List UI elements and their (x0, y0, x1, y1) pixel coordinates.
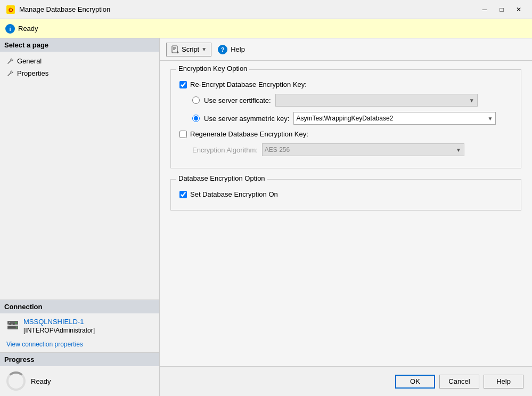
encryption-key-section: Encryption Key Option Re-Encrypt Databas… (170, 69, 521, 168)
connection-header: Connection (0, 300, 159, 313)
encryption-key-legend: Encryption Key Option (176, 64, 249, 72)
re-encrypt-checkbox-container: Re-Encrypt Database Encryption Key: (179, 80, 307, 88)
wrench-icon-properties (6, 70, 14, 77)
asym-key-select-wrapper: AsymTestWrappingKeyDatabase2 ▼ (293, 112, 496, 125)
script-button[interactable]: Script ▼ (166, 43, 211, 56)
sidebar-item-properties[interactable]: Properties (0, 67, 159, 79)
script-icon (171, 45, 179, 54)
set-encryption-checkbox-container: Set Database Encryption On (179, 190, 278, 198)
content-area: Script ▼ ? Help Encryption Key Option Re… (160, 38, 532, 396)
toolbar: Script ▼ ? Help (160, 38, 532, 61)
select-page-header: Select a page (0, 38, 159, 52)
svg-point-4 (15, 322, 17, 324)
regenerate-checkbox[interactable] (179, 131, 187, 138)
connection-section: Connection MSSQLNSHIELD-1 (0, 300, 159, 352)
use-server-asym-row: Use server asymmetric key: AsymTestWrapp… (179, 112, 512, 125)
help-toolbar-label: Help (231, 45, 245, 53)
regenerate-label: Regenerate Database Encryption Key: (190, 130, 308, 138)
set-encryption-row: Set Database Encryption On (179, 190, 512, 198)
help-button[interactable]: Help (484, 375, 523, 389)
svg-point-8 (9, 323, 11, 325)
connection-info: MSSQLNSHIELD-1 [INTEROP\Administrator] (0, 313, 159, 338)
maximize-button[interactable]: □ (494, 3, 510, 16)
database-encryption-section: Database Encryption Option Set Database … (170, 179, 521, 211)
title-bar-left: ⚙ Manage Database Encryption (5, 4, 110, 15)
set-encryption-checkbox[interactable] (179, 191, 187, 198)
regenerate-row: Regenerate Database Encryption Key: (179, 130, 512, 138)
regenerate-checkbox-container: Regenerate Database Encryption Key: (179, 130, 308, 138)
database-encryption-content: Set Database Encryption On (171, 182, 521, 210)
server-cert-select-wrapper: ▼ (275, 94, 478, 107)
sidebar-item-general[interactable]: General (0, 55, 159, 67)
asym-key-select[interactable]: AsymTestWrappingKeyDatabase2 (293, 112, 496, 125)
connection-user: [INTEROP\Administrator] (23, 327, 95, 334)
close-button[interactable]: ✕ (511, 3, 527, 16)
re-encrypt-row: Re-Encrypt Database Encryption Key: (179, 80, 512, 88)
use-server-asym-label: Use server asymmetric key: (204, 115, 289, 123)
script-dropdown-arrow: ▼ (201, 46, 207, 52)
title-buttons: ─ □ ✕ (477, 3, 527, 16)
server-cert-select[interactable] (275, 94, 478, 107)
app-icon: ⚙ (5, 4, 16, 15)
svg-marker-14 (177, 51, 179, 54)
use-server-asym-radio[interactable] (192, 115, 200, 122)
sidebar-item-general-label: General (17, 57, 42, 65)
encryption-key-content: Re-Encrypt Database Encryption Key: Use … (171, 72, 521, 168)
sidebar-spacer (0, 83, 159, 300)
title-bar: ⚙ Manage Database Encryption ─ □ ✕ (0, 0, 532, 19)
encryption-algo-label: Encryption Algorithm: (192, 146, 258, 154)
svg-point-9 (13, 323, 15, 325)
bottom-bar: OK Cancel Help (160, 366, 532, 396)
progress-section: Progress Ready (0, 352, 159, 396)
encryption-algo-select-wrapper: AES 256 ▼ (262, 143, 464, 156)
form-area: Encryption Key Option Re-Encrypt Databas… (160, 61, 532, 366)
progress-header: Progress (0, 353, 159, 366)
sidebar: Select a page General Properties Connect… (0, 38, 160, 396)
database-encryption-legend: Database Encryption Option (176, 174, 267, 182)
use-server-cert-radio[interactable] (192, 96, 200, 104)
progress-spinner (6, 371, 26, 391)
window-title: Manage Database Encryption (19, 5, 110, 13)
status-text: Ready (18, 25, 38, 33)
script-label: Script (182, 45, 199, 53)
re-encrypt-checkbox[interactable] (179, 81, 187, 88)
connection-server: MSSQLNSHIELD-1 (23, 318, 95, 326)
encryption-algo-row: Encryption Algorithm: AES 256 ▼ (179, 143, 512, 156)
re-encrypt-label: Re-Encrypt Database Encryption Key: (190, 80, 307, 88)
connection-text: MSSQLNSHIELD-1 [INTEROP\Administrator] (23, 318, 95, 334)
progress-content: Ready (0, 366, 159, 396)
minimize-button[interactable]: ─ (477, 3, 493, 16)
view-connection-link[interactable]: View connection properties (0, 338, 159, 352)
info-icon: i (5, 24, 15, 34)
server-icon (6, 319, 19, 332)
use-server-cert-row: Use server certificate: ▼ (179, 94, 512, 107)
set-encryption-label: Set Database Encryption On (190, 190, 278, 198)
main-layout: Select a page General Properties Connect… (0, 38, 532, 396)
sidebar-nav: General Properties (0, 52, 159, 83)
cancel-button[interactable]: Cancel (439, 375, 479, 389)
wrench-icon-general (6, 58, 14, 65)
encryption-algo-select[interactable]: AES 256 (262, 143, 464, 156)
svg-text:⚙: ⚙ (8, 6, 14, 14)
help-icon: ? (218, 45, 227, 54)
progress-text: Ready (31, 377, 51, 385)
help-toolbar-button[interactable]: ? Help (214, 43, 249, 56)
sidebar-item-properties-label: Properties (17, 69, 48, 77)
ok-button[interactable]: OK (395, 375, 435, 389)
use-server-cert-label: Use server certificate: (204, 96, 271, 104)
status-bar: i Ready (0, 19, 532, 38)
